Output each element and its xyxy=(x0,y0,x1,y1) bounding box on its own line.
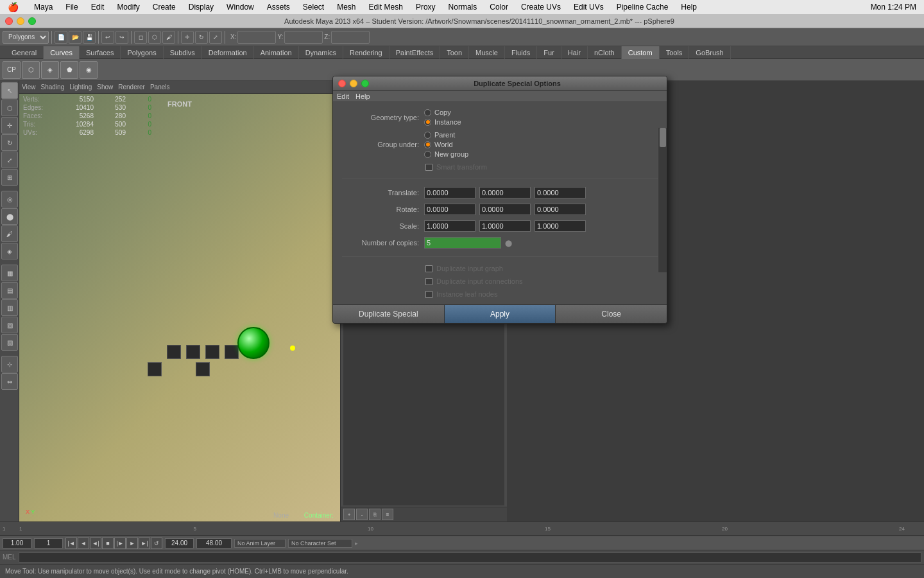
toolbar-icon-scale[interactable]: ⤢ xyxy=(209,31,222,44)
rotate-x-input[interactable] xyxy=(424,204,475,215)
shelf-tab-toon[interactable]: Toon xyxy=(440,46,469,59)
geometry-copy-radio[interactable] xyxy=(424,109,431,116)
shelf-tab-fur[interactable]: Fur xyxy=(537,46,561,59)
geometry-copy-row[interactable]: Copy xyxy=(424,109,461,116)
dialog-scrollbar[interactable] xyxy=(658,128,667,272)
total-end-field[interactable] xyxy=(196,538,232,548)
tool-grid4[interactable]: ▧ xyxy=(1,334,18,351)
duplicate-special-button[interactable]: Duplicate Special xyxy=(333,305,445,323)
tool-select[interactable]: ↖ xyxy=(1,82,18,99)
shelf-tab-deformation[interactable]: Deformation xyxy=(202,46,254,59)
scale-y-input[interactable] xyxy=(479,220,531,232)
anim-layer-dropdown[interactable]: No Anim Layer xyxy=(234,539,286,548)
dialog-min-btn[interactable] xyxy=(350,80,357,87)
menu-item-mesh[interactable]: Mesh xyxy=(334,3,358,12)
layer-copy-icon[interactable]: ⎘ xyxy=(369,509,381,520)
apply-button[interactable]: Apply xyxy=(445,305,556,323)
dup-input-conn-check[interactable] xyxy=(425,278,432,285)
menu-item-createuvs[interactable]: Create UVs xyxy=(518,3,563,12)
instance-leaf-check[interactable] xyxy=(425,291,432,298)
shelf-tab-muscle[interactable]: Muscle xyxy=(469,46,505,59)
apple-logo[interactable]: 🍎 xyxy=(5,2,21,12)
shelf-tab-curves[interactable]: Curves xyxy=(44,46,80,59)
prev-key-btn[interactable]: ◄| xyxy=(90,538,101,549)
tool-snap[interactable]: ⊹ xyxy=(1,356,18,372)
lighting-menu[interactable]: Lighting xyxy=(69,83,92,91)
shelf-tab-surfaces[interactable]: Surfaces xyxy=(80,46,121,59)
close-btn[interactable] xyxy=(5,17,13,25)
toolbar-icon-move[interactable]: ✛ xyxy=(181,31,194,44)
layer-new-icon[interactable]: + xyxy=(343,509,355,520)
renderer-menu[interactable]: Renderer xyxy=(118,83,145,91)
char-set-arrow[interactable]: ▸ xyxy=(355,540,358,547)
menu-item-assets[interactable]: Assets xyxy=(264,3,293,12)
group-newgroup-radio[interactable] xyxy=(424,151,431,158)
tool-grid3[interactable]: ▨ xyxy=(1,317,18,333)
toolbar-icon-select[interactable]: ◻ xyxy=(134,31,147,44)
loop-btn[interactable]: ↺ xyxy=(151,538,162,549)
minimize-btn[interactable] xyxy=(17,17,24,25)
menu-item-edit[interactable]: Edit xyxy=(89,3,107,12)
range-start-field[interactable] xyxy=(3,538,31,548)
shelf-tab-painteffects[interactable]: PaintEffects xyxy=(389,46,441,59)
shelf-tab-subdivs[interactable]: Subdivs xyxy=(164,46,202,59)
current-frame-field[interactable] xyxy=(34,538,63,548)
dup-input-graph-check[interactable] xyxy=(425,265,432,272)
go-start-btn[interactable]: |◄ xyxy=(65,538,77,549)
menu-item-proxy[interactable]: Proxy xyxy=(413,3,438,12)
group-parent-row[interactable]: Parent xyxy=(424,131,468,139)
shelf-tab-rendering[interactable]: Rendering xyxy=(343,46,389,59)
menu-item-create[interactable]: Create xyxy=(150,3,178,12)
geometry-instance-radio[interactable] xyxy=(424,119,431,126)
menu-item-pipeline[interactable]: Pipeline Cache xyxy=(614,3,671,12)
toolbar-icon-rotate[interactable]: ↻ xyxy=(195,31,208,44)
char-set-dropdown[interactable]: No Character Set xyxy=(288,539,352,548)
geometry-instance-row[interactable]: Instance xyxy=(424,118,461,126)
z-field[interactable] xyxy=(331,31,370,44)
timeline[interactable]: 1 1 5 10 15 20 24 xyxy=(0,521,924,536)
tool-grid1[interactable]: ▤ xyxy=(1,282,18,299)
scroll-thumb[interactable] xyxy=(660,128,666,147)
shelf-tab-polygons[interactable]: Polygons xyxy=(121,46,163,59)
scale-x-input[interactable] xyxy=(424,220,475,232)
view-menu[interactable]: View xyxy=(22,83,36,91)
menu-item-window[interactable]: Window xyxy=(224,3,257,12)
rotate-z-input[interactable] xyxy=(535,204,586,215)
shelf-icon-2[interactable]: ◈ xyxy=(41,61,59,79)
tool-attr-paint[interactable]: ◈ xyxy=(1,243,18,259)
copies-input[interactable] xyxy=(424,237,501,249)
tool-paint[interactable]: 🖌 xyxy=(1,225,18,242)
menu-item-select[interactable]: Select xyxy=(300,3,327,12)
shelf-cp-icon[interactable]: CP xyxy=(3,61,21,79)
menu-item-maya[interactable]: Maya xyxy=(31,3,55,12)
close-button[interactable]: Close xyxy=(556,305,667,323)
tool-scale[interactable]: ⤢ xyxy=(1,152,18,168)
shelf-tab-general[interactable]: General xyxy=(5,46,44,59)
tool-sculpt[interactable]: ⬤ xyxy=(1,208,18,225)
copies-reset-icon[interactable]: ⬤ xyxy=(505,240,512,247)
menu-item-modify[interactable]: Modify xyxy=(114,3,142,12)
menu-item-file[interactable]: File xyxy=(63,3,80,12)
tool-soft-mod[interactable]: ◎ xyxy=(1,191,18,207)
mel-input[interactable] xyxy=(19,552,921,563)
shelf-tab-custom[interactable]: Custom xyxy=(622,46,660,59)
dlg-menu-edit[interactable]: Edit xyxy=(337,92,349,100)
y-field[interactable] xyxy=(284,31,323,44)
viewport-canvas[interactable]: FRONT X Y Container: None xyxy=(19,94,340,521)
show-menu[interactable]: Show xyxy=(97,83,113,91)
tool-measure[interactable]: ⇔ xyxy=(1,373,18,390)
tool-layout[interactable]: ▦ xyxy=(1,265,18,281)
rotate-y-input[interactable] xyxy=(479,204,531,215)
translate-z-input[interactable] xyxy=(535,187,586,198)
dialog-close-btn[interactable] xyxy=(338,80,346,87)
shelf-tab-animation[interactable]: Animation xyxy=(254,46,299,59)
shelf-tab-gobrush[interactable]: GoBrush xyxy=(689,46,730,59)
toolbar-icon-open[interactable]: 📂 xyxy=(69,31,81,44)
toolbar-icon-redo[interactable]: ↪ xyxy=(116,31,128,44)
tool-grid2[interactable]: ▥ xyxy=(1,299,18,316)
group-world-radio[interactable] xyxy=(424,141,431,148)
toolbar-icon-lasso[interactable]: ⬡ xyxy=(148,31,161,44)
layer-options-icon[interactable]: ≡ xyxy=(382,509,393,520)
group-parent-radio[interactable] xyxy=(424,132,431,139)
maximize-btn[interactable] xyxy=(28,17,36,25)
